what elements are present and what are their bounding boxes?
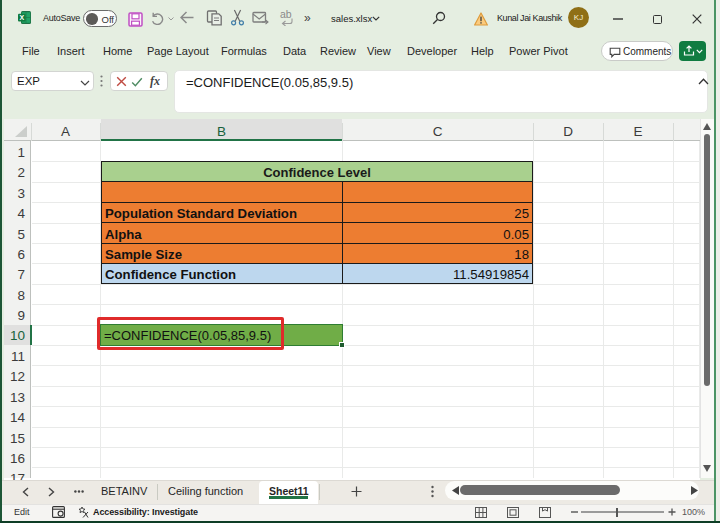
svg-text:X: X (19, 14, 24, 21)
